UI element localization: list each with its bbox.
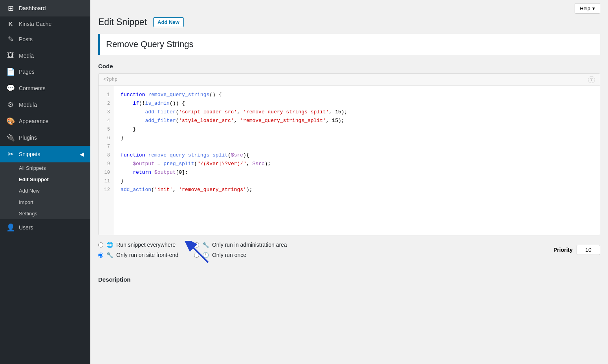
code-line-4: add_filter('style_loader_src', 'remove_q… bbox=[121, 116, 593, 125]
page-title: Edit Snippet bbox=[98, 17, 147, 27]
sidebar-item-dashboard[interactable]: ⊞ Dashboard bbox=[0, 0, 90, 16]
code-line-8: function remove_query_strings_split($src… bbox=[121, 151, 593, 160]
sidebar-item-media[interactable]: 🖼 Media bbox=[0, 47, 90, 64]
code-line-10: return $output[0]; bbox=[121, 168, 593, 177]
sidebar-submenu-edit-snippet[interactable]: Edit Snippet bbox=[0, 174, 90, 185]
sidebar-submenu-all-snippets[interactable]: All Snippets bbox=[0, 162, 90, 174]
code-content-area[interactable]: function remove_query_strings() { if(!is… bbox=[114, 86, 600, 235]
sidebar-submenu-add-new[interactable]: Add New bbox=[0, 185, 90, 197]
add-new-button[interactable]: Add New bbox=[153, 17, 184, 27]
dashboard-icon: ⊞ bbox=[6, 4, 15, 13]
code-help-icon[interactable]: ? bbox=[588, 76, 595, 83]
code-line-5: } bbox=[121, 125, 593, 134]
radio-run-everywhere[interactable]: 🌐 Run snippet everywhere bbox=[98, 242, 178, 248]
main-content: Help ▾ Edit Snippet Add New Remove Query… bbox=[90, 0, 608, 364]
comments-icon: 💬 bbox=[6, 84, 15, 93]
blue-arrow-annotation bbox=[185, 241, 224, 264]
posts-icon: ✎ bbox=[6, 35, 15, 44]
wrench-icon: 🔧 bbox=[106, 252, 113, 258]
code-line-9: $output = preg_split("/(&ver|\?ver)/", $… bbox=[121, 160, 593, 168]
code-line-7 bbox=[121, 142, 593, 151]
sidebar-item-snippets[interactable]: ✂ Snippets ◀ bbox=[0, 146, 90, 162]
priority-label: Priority bbox=[553, 247, 573, 253]
page-header: Edit Snippet Add New bbox=[98, 17, 600, 27]
code-line-2: if(!is_admin()) { bbox=[121, 99, 593, 108]
svg-line-1 bbox=[190, 245, 208, 262]
line-numbers: 12345 678910 1112 bbox=[99, 86, 114, 235]
radio-run-front-end-input[interactable] bbox=[98, 253, 103, 258]
topbar: Help ▾ bbox=[90, 0, 608, 17]
radio-run-front-end[interactable]: 🔧 Only run on site front-end bbox=[98, 252, 178, 258]
plugins-icon: 🔌 bbox=[6, 133, 15, 142]
radio-run-everywhere-input[interactable] bbox=[98, 242, 103, 248]
code-section-title: Code bbox=[98, 63, 600, 69]
users-icon: 👤 bbox=[6, 223, 15, 232]
sidebar: ⊞ Dashboard K Kinsta Cache ✎ Posts 🖼 Med… bbox=[0, 0, 90, 364]
help-dropdown-icon: ▾ bbox=[592, 5, 595, 11]
page-content: Edit Snippet Add New Remove Query String… bbox=[90, 17, 608, 364]
run-options-left: 🌐 Run snippet everywhere 🔧 Only run on s… bbox=[98, 242, 178, 258]
code-line-12: add_action('init', 'remove_query_strings… bbox=[121, 186, 593, 194]
snippets-icon: ✂ bbox=[6, 150, 15, 158]
arrow-annotation-container bbox=[192, 257, 600, 272]
globe-icon: 🌐 bbox=[106, 242, 113, 248]
sidebar-submenu-import[interactable]: Import bbox=[0, 197, 90, 208]
sidebar-item-kinsta-cache[interactable]: K Kinsta Cache bbox=[0, 16, 90, 31]
code-editor[interactable]: <?php ? 12345 678910 1112 function remov… bbox=[98, 73, 600, 235]
sidebar-item-pages[interactable]: 📄 Pages bbox=[0, 64, 90, 80]
sidebar-item-plugins[interactable]: 🔌 Plugins bbox=[0, 129, 90, 146]
pages-icon: 📄 bbox=[6, 67, 15, 76]
code-editor-header: <?php ? bbox=[99, 74, 600, 86]
priority-area: Priority bbox=[553, 245, 600, 255]
sidebar-item-modula[interactable]: ⚙ Modula bbox=[0, 96, 90, 113]
priority-input[interactable] bbox=[577, 245, 600, 255]
code-line-11: } bbox=[121, 177, 593, 186]
code-lines: 12345 678910 1112 function remove_query_… bbox=[99, 86, 600, 235]
snippets-chevron: ◀ bbox=[80, 151, 84, 157]
sidebar-item-appearance[interactable]: 🎨 Appearance bbox=[0, 113, 90, 129]
media-icon: 🖼 bbox=[6, 51, 15, 60]
modula-icon: ⚙ bbox=[6, 100, 15, 109]
code-line-1: function remove_query_strings() { bbox=[121, 91, 593, 99]
appearance-icon: 🎨 bbox=[6, 117, 15, 126]
code-line-3: add_filter('script_loader_src', 'remove_… bbox=[121, 108, 593, 116]
sidebar-item-comments[interactable]: 💬 Comments bbox=[0, 80, 90, 96]
sidebar-item-users[interactable]: 👤 Users bbox=[0, 219, 90, 236]
kinsta-icon: K bbox=[6, 20, 15, 27]
sidebar-item-posts[interactable]: ✎ Posts bbox=[0, 31, 90, 47]
php-tag: <?php bbox=[103, 77, 117, 82]
snippet-title[interactable]: Remove Query Strings bbox=[98, 34, 600, 55]
snippets-submenu: All Snippets Edit Snippet Add New Import… bbox=[0, 162, 90, 219]
sidebar-submenu-settings[interactable]: Settings bbox=[0, 208, 90, 219]
help-button[interactable]: Help ▾ bbox=[575, 3, 600, 14]
code-line-6: } bbox=[121, 134, 593, 142]
description-section-title: Description bbox=[98, 276, 600, 283]
